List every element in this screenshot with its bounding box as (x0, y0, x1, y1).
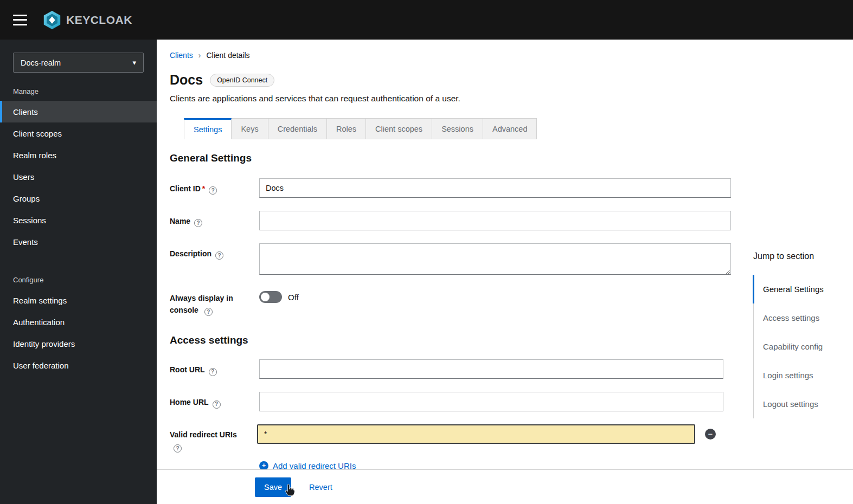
sidebar-item-groups[interactable]: Groups (0, 188, 157, 209)
tab-sessions[interactable]: Sessions (432, 118, 483, 139)
jump-link-logout-settings[interactable]: Logout settings (754, 390, 843, 418)
sidebar-item-clients[interactable]: Clients (0, 101, 157, 122)
home-url-label: Home URL? (170, 392, 259, 409)
tab-settings[interactable]: Settings (184, 118, 232, 139)
sidebar-item-client-scopes[interactable]: Client scopes (0, 122, 157, 144)
required-asterisk: * (202, 184, 205, 193)
sidebar-item-users[interactable]: Users (0, 166, 157, 188)
toggle-state-label: Off (288, 293, 299, 302)
sidebar-nav: Manage Clients Client scopes Realm roles… (0, 73, 157, 376)
sidebar-item-identity-providers[interactable]: Identity providers (0, 333, 157, 354)
hamburger-menu-icon[interactable] (13, 15, 27, 25)
sidebar-item-sessions[interactable]: Sessions (0, 209, 157, 231)
always-display-label: Always display in console ? (170, 288, 259, 316)
client-tabs: Settings Keys Credentials Roles Client s… (157, 118, 853, 139)
valid-redirect-uri-input[interactable] (257, 424, 695, 444)
help-icon[interactable]: ? (204, 308, 213, 316)
toggle-knob (261, 293, 270, 301)
help-icon[interactable]: ? (213, 400, 221, 409)
protocol-badge: OpenID Connect (210, 74, 274, 87)
tab-client-scopes[interactable]: Client scopes (366, 118, 432, 139)
realm-selector[interactable]: Docs-realm ▾ (13, 53, 144, 73)
keycloak-logo-icon (42, 10, 62, 30)
help-icon[interactable]: ? (215, 251, 223, 260)
remove-redirect-uri-button[interactable]: − (705, 429, 716, 440)
tab-credentials[interactable]: Credentials (268, 118, 327, 139)
home-url-input[interactable] (259, 392, 723, 411)
jump-nav-title: Jump to section (753, 251, 843, 261)
brand-wordmark: KEYCLOAK (66, 14, 132, 27)
page-title: Docs (170, 72, 203, 88)
help-icon[interactable]: ? (194, 219, 202, 227)
jump-link-access-settings[interactable]: Access settings (754, 303, 843, 332)
minus-circle-icon: − (708, 430, 713, 438)
tab-roles[interactable]: Roles (327, 118, 366, 139)
root-url-label: Root URL? (170, 359, 259, 376)
sidebar-item-user-federation[interactable]: User federation (0, 354, 157, 376)
name-input[interactable] (259, 211, 731, 230)
client-id-input[interactable] (259, 178, 731, 198)
breadcrumb-separator-icon: › (198, 51, 201, 60)
keycloak-logo[interactable]: KEYCLOAK (42, 10, 132, 30)
client-id-label: Client ID*? (170, 178, 259, 195)
jump-link-capability-config[interactable]: Capability config (754, 332, 843, 361)
page-description: Clients are applications and services th… (170, 94, 840, 104)
access-settings-heading: Access settings (170, 334, 731, 346)
name-label: Name? (170, 211, 259, 228)
breadcrumb-current: Client details (206, 51, 249, 60)
help-icon[interactable]: ? (174, 444, 182, 453)
form-actions: Save Revert (157, 469, 853, 504)
jump-link-general-settings[interactable]: General Settings (754, 275, 843, 303)
breadcrumb-clients-link[interactable]: Clients (170, 51, 193, 60)
root-url-input[interactable] (259, 359, 723, 379)
save-button[interactable]: Save (255, 477, 291, 497)
description-input[interactable] (259, 243, 731, 275)
client-settings-form: General Settings Client ID*? Name? Descr… (170, 152, 731, 470)
help-icon[interactable]: ? (209, 186, 217, 195)
nav-section-configure: Configure (0, 253, 157, 289)
description-label: Description? (170, 243, 259, 260)
tab-keys[interactable]: Keys (232, 118, 268, 139)
always-display-toggle[interactable] (259, 291, 282, 303)
sidebar-item-realm-roles[interactable]: Realm roles (0, 144, 157, 166)
sidebar-item-events[interactable]: Events (0, 231, 157, 253)
main-content: Clients › Client details Docs OpenID Con… (157, 40, 853, 504)
revert-button[interactable]: Revert (309, 483, 332, 492)
general-settings-heading: General Settings (170, 152, 731, 164)
sidebar: Docs-realm ▾ Manage Clients Client scope… (0, 40, 157, 504)
sidebar-item-realm-settings[interactable]: Realm settings (0, 289, 157, 311)
caret-down-icon: ▾ (132, 59, 136, 67)
nav-section-manage: Manage (0, 73, 157, 101)
valid-redirect-uris-label: Valid redirect URIs? (170, 424, 257, 453)
masthead: KEYCLOAK (0, 0, 853, 40)
jump-to-section-nav: Jump to section General Settings Access … (753, 251, 843, 418)
breadcrumb: Clients › Client details (170, 51, 840, 60)
tab-advanced[interactable]: Advanced (483, 118, 537, 139)
jump-link-login-settings[interactable]: Login settings (754, 361, 843, 390)
sidebar-item-authentication[interactable]: Authentication (0, 311, 157, 333)
realm-selector-value: Docs-realm (21, 59, 61, 67)
help-icon[interactable]: ? (209, 368, 217, 376)
